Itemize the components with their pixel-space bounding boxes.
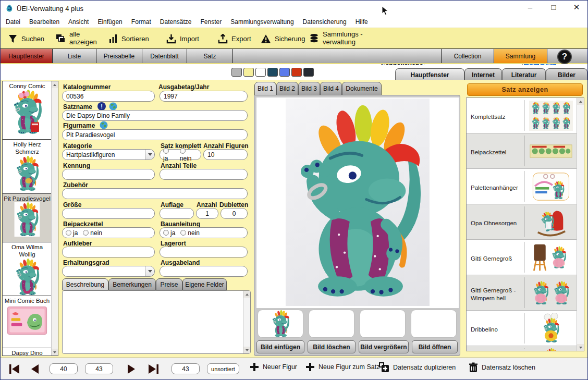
thumbnail-slot-4[interactable]: [411, 310, 457, 338]
globe-icon[interactable]: [100, 121, 108, 129]
first-record-button[interactable]: [9, 364, 20, 374]
color-swatch-black[interactable]: [303, 68, 314, 77]
set-row-komplettsatz[interactable]: Komplettsatz: [467, 98, 577, 133]
tab-bemerkungen[interactable]: Bemerkungen: [108, 278, 156, 290]
set-row-opa-ohnesorgen[interactable]: Opa Ohnesorgen: [467, 204, 577, 240]
image-enlarge-button[interactable]: Bild vergrößern: [359, 340, 409, 353]
tab-preise[interactable]: Preise: [156, 278, 182, 290]
new-figure-button[interactable]: Neuer Figur: [250, 362, 297, 372]
tab-datenblatt[interactable]: Datenblatt: [142, 49, 187, 63]
scroll-up-icon[interactable]: [577, 98, 584, 105]
scroll-down-icon[interactable]: [577, 344, 584, 351]
scroll-up-icon[interactable]: [52, 81, 58, 88]
menu-fenster[interactable]: Fenster: [200, 17, 223, 27]
erhaltungsgrad-select[interactable]: [62, 266, 155, 277]
beipackzettel-ja-radio[interactable]: ja: [66, 229, 78, 237]
scroll-up-icon[interactable]: [243, 291, 250, 298]
zubehoer-field[interactable]: [62, 188, 248, 199]
ausgabeland-field[interactable]: [160, 266, 248, 277]
menu-bearbeiten[interactable]: Bearbeiten: [28, 17, 60, 27]
scroll-down-icon[interactable]: [243, 347, 250, 353]
set-list-scrollbar[interactable]: [577, 98, 584, 351]
record-position-field[interactable]: [50, 363, 78, 374]
color-swatch-gray[interactable]: [231, 68, 242, 77]
export-button[interactable]: Export: [218, 28, 251, 49]
beipackzettel-nein-radio[interactable]: nein: [83, 229, 102, 237]
sort-button[interactable]: Sortieren: [108, 28, 149, 49]
view-tab-literatur[interactable]: Literatur: [502, 68, 546, 81]
textarea-scrollbar[interactable]: [243, 291, 250, 353]
delete-record-button[interactable]: Datensatz löschen: [469, 362, 535, 373]
view-tab-hauptfenster[interactable]: Hauptfenster: [395, 68, 464, 81]
set-row-partial[interactable]: [467, 346, 577, 351]
tab-dokumente[interactable]: Dokumente: [342, 82, 382, 95]
set-row-gitti-wimpern-hell[interactable]: Gitti Gernegroß - Wimpern hell: [467, 275, 577, 311]
figurname-field[interactable]: [62, 129, 248, 140]
set-row-gitti-gernegross[interactable]: Gitti Gernegroß: [467, 240, 577, 275]
figure-list-scrollbar[interactable]: [51, 81, 58, 356]
satzname-field[interactable]: [62, 110, 248, 121]
anzahl-teile-field[interactable]: [160, 169, 248, 180]
chevron-down-icon[interactable]: [145, 266, 154, 276]
thumbnail-slot-2[interactable]: [309, 310, 354, 338]
globe-icon[interactable]: [109, 102, 117, 111]
view-tab-bilder[interactable]: Bilder: [546, 68, 587, 81]
maximize-button[interactable]: □: [547, 3, 560, 11]
view-tab-internet[interactable]: Internet: [464, 68, 502, 81]
menu-datensicherung[interactable]: Datensicherung: [302, 17, 348, 27]
image-insert-button[interactable]: Bild einfügen: [256, 340, 304, 353]
satz-komplett-nein-radio[interactable]: nein: [180, 148, 198, 162]
menu-hilfe[interactable]: Hilfe: [354, 17, 369, 27]
tab-beschreibung[interactable]: Beschreibung: [62, 278, 108, 290]
backup-button[interactable]: Sicherung: [261, 28, 305, 49]
record-number-field[interactable]: [85, 363, 113, 374]
auflage-field[interactable]: [160, 208, 194, 219]
previous-record-button[interactable]: [30, 364, 40, 374]
image-delete-button[interactable]: Bild löschen: [308, 340, 356, 353]
tab-bild-2[interactable]: Bild 2: [276, 82, 298, 95]
color-swatch-blue[interactable]: [279, 68, 290, 77]
image-open-button[interactable]: Bild öffnen: [412, 340, 458, 353]
thumbnail-slot-1[interactable]: [258, 310, 303, 338]
menu-datei[interactable]: Datei: [5, 17, 21, 27]
bauanleitung-ja-radio[interactable]: ja: [163, 229, 175, 237]
duplicate-record-button[interactable]: Datensatz duplizieren: [379, 362, 456, 373]
color-swatch-white[interactable]: [255, 68, 266, 77]
alert-icon[interactable]: !: [97, 102, 106, 111]
scroll-down-icon[interactable]: [52, 349, 58, 356]
menu-sammlungsverwaltung[interactable]: Sammlungsverwaltung: [229, 17, 295, 27]
new-figure-to-set-button[interactable]: Neue Figur zum Satz: [305, 362, 379, 372]
lagerort-field[interactable]: [160, 247, 248, 258]
next-record-button[interactable]: [127, 364, 136, 374]
list-item-oma-wilma-wollig[interactable]: Oma Wilma Wollig: [3, 242, 52, 296]
list-item-conny-comic[interactable]: Conny Comic: [3, 81, 52, 140]
help-button[interactable]: ?: [557, 50, 572, 64]
satz-komplett-ja-radio[interactable]: ja: [163, 148, 175, 162]
anzahl-figuren-field[interactable]: [203, 149, 248, 160]
tab-satz[interactable]: Satz: [187, 49, 233, 63]
tab-preisabelle[interactable]: Preisabelle: [96, 49, 142, 63]
menu-ansicht[interactable]: Ansicht: [67, 17, 90, 27]
groesse-field[interactable]: [62, 208, 155, 219]
color-swatch-yellow[interactable]: [243, 68, 254, 77]
minimize-button[interactable]: –: [523, 3, 537, 11]
collection-management-button[interactable]: Sammlungs -verwaltung: [309, 28, 364, 49]
list-item-mini-comic-buch[interactable]: Mini Comic Buch: [3, 296, 52, 348]
dubletten-field[interactable]: [220, 208, 248, 219]
sort-status-field[interactable]: [207, 363, 239, 374]
bauanleitung-nein-radio[interactable]: nein: [180, 229, 200, 237]
kategorie-select[interactable]: Hartplastikfiguren: [62, 149, 155, 160]
menu-format[interactable]: Format: [130, 17, 152, 27]
close-button[interactable]: ✕: [570, 3, 583, 12]
menu-einfuegen[interactable]: Einfügen: [96, 17, 123, 27]
tab-hauptfenster[interactable]: Hauptfenster: [1, 49, 53, 63]
list-item-dapsy-dino[interactable]: Dapsy Dino: [3, 348, 52, 356]
tab-sammlung[interactable]: Sammlung: [494, 49, 547, 63]
thumbnail-slot-3[interactable]: [360, 310, 406, 338]
record-count-field[interactable]: [172, 363, 200, 374]
show-set-button[interactable]: Satz anzeigen: [467, 83, 583, 96]
tab-collection[interactable]: Collection: [441, 49, 494, 63]
ausgabetag-field[interactable]: [160, 91, 248, 102]
list-item-holly-herz-schmerz[interactable]: Holly Herz Schmerz: [3, 140, 52, 194]
list-item-pit-paradiesvogel[interactable]: Pit Paradiesvogel: [3, 194, 52, 242]
